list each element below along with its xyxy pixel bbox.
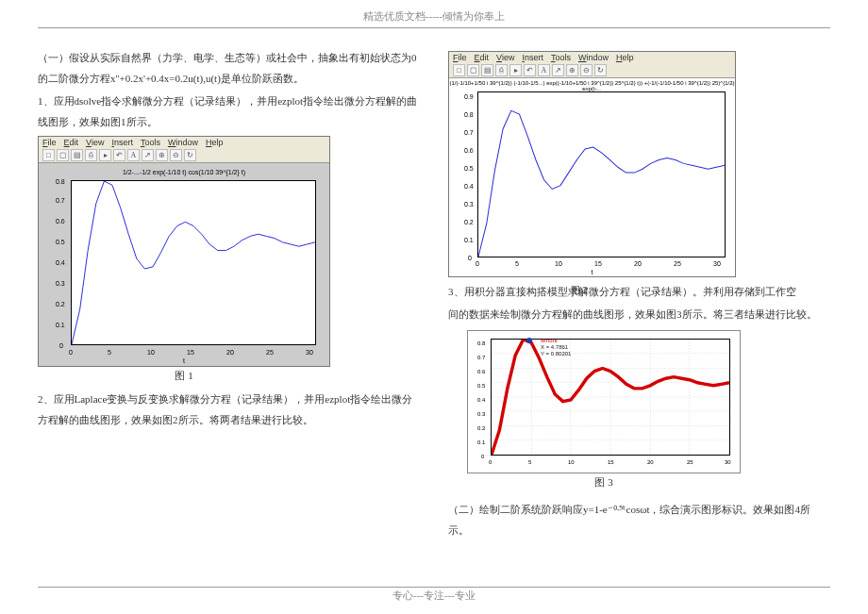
toolbar-btn[interactable]: ▤	[481, 64, 493, 76]
matlab-window-2: File Edit View Insert Tools Window Help …	[448, 51, 736, 277]
toolbar-btn[interactable]: ⊖	[580, 64, 593, 76]
xtick: 25	[674, 260, 681, 267]
ytick: 0	[481, 454, 484, 459]
xtick: 25	[266, 349, 274, 356]
toolbar-btn[interactable]: ⎙	[495, 64, 508, 76]
ytick: 0.5	[464, 165, 474, 172]
ytick: 0	[59, 342, 63, 349]
xtick: 15	[608, 459, 614, 465]
curve-svg-2	[478, 92, 725, 257]
right-column: File Edit View Insert Tools Window Help …	[448, 47, 830, 542]
toolbar-btn[interactable]: A	[127, 149, 140, 161]
xtick: 10	[568, 459, 575, 465]
ytick: 0.6	[477, 369, 485, 374]
menu-window[interactable]: Window	[578, 53, 609, 62]
xtick: 5	[528, 459, 531, 465]
ytick: 0.5	[477, 383, 485, 389]
toolbar-btn[interactable]: A	[538, 64, 550, 76]
ytick: 0.2	[464, 219, 474, 225]
data-marker-icon	[526, 338, 532, 343]
ytick: 0.1	[56, 322, 65, 328]
toolbar-btn[interactable]: ↶	[524, 64, 536, 76]
footer-rule	[38, 587, 830, 588]
plot-axes-1	[71, 180, 316, 345]
figure-3: simout X = 4.7861 Y = 0.80201 0 0.1 0.2 …	[467, 330, 741, 490]
menu-tools[interactable]: Tools	[141, 138, 160, 147]
menu-insert[interactable]: Insert	[522, 53, 543, 62]
legend-text: simout	[541, 338, 571, 344]
plot-title-1: 1/2-...-1/2 exp(-1/10 t) cos(1/10 39^{1/…	[39, 169, 329, 175]
page-header-title: 精选优质文档-----倾情为你奉上	[0, 0, 868, 24]
ytick: 0.4	[464, 183, 474, 190]
toolbar-btn[interactable]: □	[453, 64, 465, 76]
curve-svg-1	[72, 181, 315, 344]
para-3: 2、应用Laplace变换与反变换求解微分方程（记录结果），并用ezplot指令…	[38, 389, 420, 430]
toolbar-btn[interactable]: ▢	[57, 149, 69, 161]
toolbar-btn[interactable]: ⎙	[85, 149, 97, 161]
menu-help[interactable]: Help	[206, 138, 224, 147]
plot-title-2: (1/(-1/10+1/50 i 39^{1/2}) (-1/10-1/5...…	[449, 80, 735, 91]
xtick: 0	[69, 349, 73, 356]
figure-1: File Edit View Insert Tools Window Help …	[38, 136, 330, 383]
ytick: 0.4	[56, 259, 65, 266]
xtick: 15	[594, 260, 602, 267]
xtick: 25	[687, 459, 693, 465]
menu-file[interactable]: File	[42, 138, 57, 147]
para-2: 1、应用dsolve指令求解微分方程（记录结果），并用ezplot指令绘出微分方…	[38, 91, 420, 132]
ytick: 0.3	[477, 411, 485, 417]
ytick: 0.1	[477, 440, 485, 445]
xtick: 0	[476, 260, 479, 267]
menu-edit[interactable]: Edit	[64, 138, 79, 147]
ytick: 0.5	[56, 239, 65, 245]
menu-help[interactable]: Help	[616, 53, 634, 62]
xtick: 15	[187, 349, 194, 356]
para-r1b: 间的数据来绘制微分方程解的曲线图形，效果如图3所示。将三者结果进行比较。	[448, 304, 830, 324]
toolbar-btn[interactable]: ↻	[594, 64, 607, 76]
xlabel: t	[183, 357, 185, 364]
menu-edit[interactable]: Edit	[475, 53, 490, 62]
xtick: 10	[555, 260, 562, 267]
sim-plot: simout X = 4.7861 Y = 0.80201 0 0.1 0.2 …	[468, 331, 740, 473]
figure-1-caption: 图 1	[38, 369, 330, 383]
matlab-menubar[interactable]: File Edit View Insert Tools Window Help	[449, 52, 735, 63]
toolbar-btn[interactable]: ↻	[184, 149, 196, 161]
xtick: 30	[306, 349, 313, 356]
toolbar-btn[interactable]: ↗	[142, 149, 154, 161]
toolbar-btn[interactable]: ▢	[467, 64, 479, 76]
toolbar-btn[interactable]: ⊖	[170, 149, 182, 161]
toolbar-btn[interactable]: ↶	[113, 149, 125, 161]
para-1: （一）假设从实际自然界（力学、电学、生态等）或社会中，抽象出有初始状态为0 的二…	[38, 47, 420, 89]
toolbar-btn[interactable]: ▤	[71, 149, 83, 161]
ytick: 0	[468, 255, 472, 261]
menu-insert[interactable]: Insert	[111, 138, 133, 147]
ytick: 0.1	[464, 237, 474, 243]
toolbar-btn[interactable]: ⊕	[156, 149, 168, 161]
toolbar-btn[interactable]: ↗	[552, 64, 564, 76]
ytick: 0.8	[56, 178, 65, 185]
menu-file[interactable]: File	[453, 53, 467, 62]
ytick: 0.7	[464, 129, 474, 136]
plot-area-1: 1/2-...-1/2 exp(-1/10 t) cos(1/10 39^{1/…	[39, 163, 329, 366]
matlab-menubar[interactable]: File Edit View Insert Tools Window Help	[39, 137, 329, 148]
marker-label: simout X = 4.7861 Y = 0.80201	[541, 338, 571, 358]
figure-2: File Edit View Insert Tools Window Help …	[448, 51, 736, 277]
para-r1a: 3、用积分器直接构搭模型求解微分方程（记录结果）。并利用存储到工作空 图 2	[448, 281, 830, 302]
toolbar-btn[interactable]: □	[42, 149, 55, 161]
marker-y-text: Y = 0.80201	[541, 351, 571, 357]
ytick: 0.7	[56, 197, 65, 204]
toolbar-btn[interactable]: ▸	[509, 64, 522, 76]
plot-area-2: (1/(-1/10+1/50 i 39^{1/2}) (-1/10-1/5...…	[449, 78, 735, 276]
two-column-content: （一）假设从实际自然界（力学、电学、生态等）或社会中，抽象出有初始状态为0 的二…	[0, 28, 868, 542]
ytick: 0.6	[464, 147, 474, 154]
xtick: 20	[226, 349, 234, 356]
ytick: 0.4	[477, 397, 485, 403]
toolbar-btn[interactable]: ⊕	[566, 64, 578, 76]
ytick: 0.3	[464, 201, 474, 207]
menu-view[interactable]: View	[496, 53, 514, 62]
menu-tools[interactable]: Tools	[551, 53, 571, 62]
page-footer-text: 专心---专注---专业	[0, 589, 868, 603]
para-r2: （二）绘制二阶系统阶跃响应y=1-e⁻⁰·⁵ᵗcosωt，综合演示图形标识。效果…	[448, 499, 830, 540]
menu-view[interactable]: View	[86, 138, 104, 147]
menu-window[interactable]: Window	[168, 138, 198, 147]
toolbar-btn[interactable]: ▸	[99, 149, 111, 161]
